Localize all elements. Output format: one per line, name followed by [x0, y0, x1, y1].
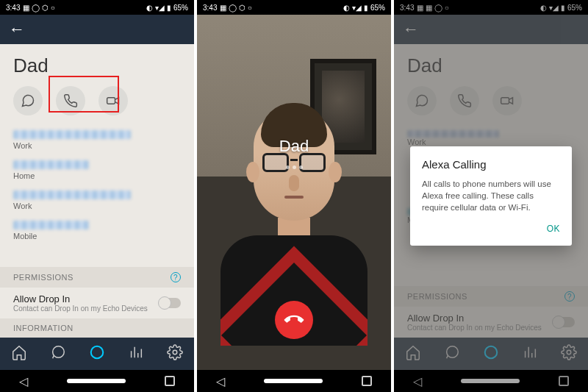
highlight-box	[49, 76, 119, 113]
dialog-title: Alexa Calling	[422, 158, 560, 171]
nav-home-pill[interactable]	[264, 379, 323, 383]
nav-home-pill[interactable]	[67, 379, 126, 383]
phone-hangup-icon	[281, 307, 308, 334]
screen-contact-detail-dialog: 3:43 ▦ ▦ ◯ ○ ◐ ▾◢ ▮ 65% ← Dad Work Mobil…	[394, 0, 588, 392]
nav-recents-icon[interactable]	[165, 376, 175, 386]
message-button[interactable]	[13, 86, 43, 115]
status-battery: 65%	[173, 4, 188, 12]
alexa-calling-dialog: Alexa Calling All calls to phone numbers…	[410, 146, 572, 246]
phone-number-list: Work Home Work Mobile	[0, 126, 194, 267]
redacted-number	[13, 160, 89, 169]
phone-label: Mobile	[13, 232, 181, 240]
status-battery: 65%	[370, 4, 385, 12]
screen-contact-detail: 3:43 ▦ ◯ ⬡ ○ ◐ ▾◢ ▮ 65% ← Dad Work Home …	[0, 0, 194, 392]
phone-label: Work	[13, 141, 181, 150]
equalizer-icon	[128, 344, 144, 360]
section-label: INFORMATION	[13, 324, 74, 332]
nav-back-icon[interactable]: ◁	[216, 374, 225, 388]
tab-alexa[interactable]	[89, 344, 105, 363]
status-icon: ▦ ◯ ⬡ ○	[23, 4, 54, 12]
section-label: PERMISSIONS	[13, 273, 74, 282]
chat-icon	[21, 93, 35, 108]
phone-item[interactable]: Work	[0, 126, 194, 156]
redacted-number	[13, 190, 131, 199]
svg-point-2	[173, 350, 177, 354]
video-feed: Dad	[197, 15, 391, 370]
redacted-number	[13, 130, 131, 139]
home-icon	[11, 344, 27, 360]
permissions-section-header: PERMISSIONS ?	[0, 267, 194, 288]
android-nav-bar: ◁	[197, 370, 391, 392]
tab-settings[interactable]	[167, 344, 183, 363]
chat-icon	[50, 344, 66, 360]
modal-overlay[interactable]: Alexa Calling All calls to phone numbers…	[394, 0, 588, 392]
information-section-header: INFORMATION	[0, 318, 194, 338]
status-time: 3:43	[6, 4, 20, 12]
dialog-ok-button[interactable]: OK	[422, 224, 560, 234]
svg-point-1	[91, 346, 104, 359]
phone-label: Work	[13, 202, 181, 210]
drop-in-text: Allow Drop In Contact can Drop In on my …	[13, 293, 148, 313]
setting-title: Allow Drop In	[13, 293, 148, 304]
phone-item[interactable]: Mobile	[0, 216, 194, 246]
status-icons: ◐ ▾◢ ▮	[146, 4, 171, 12]
drop-in-toggle[interactable]	[159, 298, 181, 308]
status-time: 3:43	[203, 4, 217, 12]
alexa-ring-icon	[89, 344, 105, 360]
help-icon[interactable]: ?	[171, 272, 181, 282]
bottom-tab-bar	[0, 338, 194, 370]
dialog-body: All calls to phone numbers will use Alex…	[422, 178, 560, 213]
nav-back-icon[interactable]: ◁	[19, 374, 28, 388]
android-nav-bar: ◁	[0, 370, 194, 392]
redacted-number	[13, 221, 89, 229]
connecting-dots	[197, 159, 391, 172]
phone-item[interactable]: Work	[0, 186, 194, 216]
back-arrow-icon[interactable]: ←	[9, 20, 25, 39]
nav-recents-icon[interactable]	[362, 376, 372, 386]
tab-play[interactable]	[128, 344, 144, 363]
caller-name-label: Dad	[197, 137, 391, 156]
phone-item[interactable]: Home	[0, 156, 194, 186]
android-status-bar: 3:43 ▦ ◯ ⬡ ○ ◐ ▾◢ ▮ 65%	[0, 0, 194, 15]
android-status-bar: 3:43 ▦ ◯ ⬡ ○ ◐ ▾◢ ▮ 65%	[197, 0, 391, 15]
setting-subtitle: Contact can Drop In on my Echo Devices	[13, 304, 148, 313]
gear-icon	[167, 344, 183, 360]
tab-communicate[interactable]	[50, 344, 66, 363]
end-call-button[interactable]	[275, 301, 313, 339]
tab-home[interactable]	[11, 344, 27, 363]
app-header: ←	[0, 15, 194, 44]
status-icons: ◐ ▾◢ ▮	[343, 4, 368, 12]
screen-video-call: 3:43 ▦ ◯ ⬡ ○ ◐ ▾◢ ▮ 65% Dad ◁	[197, 0, 391, 392]
status-icon: ▦ ◯ ⬡ ○	[220, 4, 251, 12]
phone-label: Home	[13, 171, 181, 180]
drop-in-row[interactable]: Allow Drop In Contact can Drop In on my …	[0, 288, 194, 318]
